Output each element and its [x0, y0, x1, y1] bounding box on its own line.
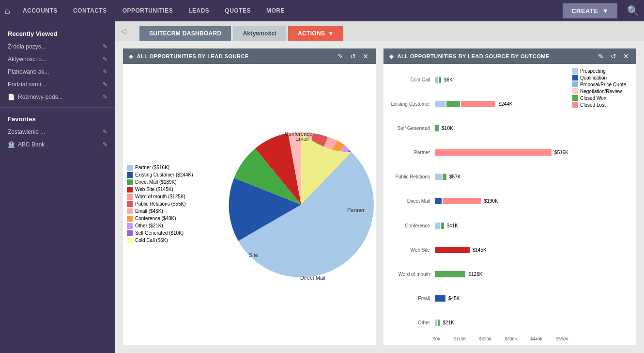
nav-opportunities[interactable]: OPPORTUNITIES	[120, 5, 176, 16]
bar-segment	[435, 149, 552, 156]
collapse-arrow[interactable]: ◁	[121, 27, 126, 35]
legend-color-conference	[127, 216, 133, 222]
bar-segment	[443, 198, 481, 204]
legend-color-pr	[127, 201, 133, 207]
pie-chart-svg-wrapper: Partner Direct Mail Existing Customer Si…	[224, 127, 376, 282]
tab-suitecrm-dashboard[interactable]: SUITECRM DASHBOARD	[139, 26, 231, 41]
legend-item: Prospecting	[572, 68, 630, 74]
widget-pie-header: ◈ ALL OPPORTUNITIES BY LEAD SOURCE ✎ ↺ ✕	[123, 48, 376, 64]
widget-pie-close[interactable]: ✕	[361, 52, 370, 60]
nav-leads[interactable]: LEADS	[185, 5, 212, 16]
legend-item: Closed Won	[572, 95, 630, 101]
legend-item: Qualification	[572, 75, 630, 80]
edit-icon: ✎	[103, 43, 107, 50]
legend-item: Closed Lost	[572, 102, 630, 108]
tab-aktywnosci[interactable]: Aktywności	[233, 26, 286, 41]
legend-color-website	[127, 187, 133, 193]
bar-segment	[461, 101, 496, 107]
legend-item: Self Generated ($10K)	[127, 230, 219, 236]
edit-icon: ✎	[103, 141, 107, 148]
nav-quotes[interactable]: QUOTES	[222, 5, 254, 16]
recently-viewed-title: Recently Viewed	[0, 26, 115, 40]
legend-item: Email ($45K)	[127, 209, 219, 214]
document-icon: 📄	[8, 94, 15, 100]
dashboard-tabs: ◁ SUITECRM DASHBOARD Aktywności ACTIONS …	[115, 21, 644, 41]
widget-bar-close[interactable]: ✕	[622, 52, 630, 60]
edit-icon: ✎	[103, 81, 107, 88]
legend-color-other	[127, 223, 133, 229]
x-axis-labels: $0K $110K $220K $330K $440K $550K	[433, 337, 568, 341]
bar-segment	[435, 174, 442, 180]
legend-item: Negotiation/Review	[572, 88, 630, 94]
sidebar-item-zestawienie[interactable]: Zestawienie ... ✎	[0, 126, 115, 138]
legend-item: Cold Call ($6K)	[127, 238, 219, 243]
widget-pie-edit[interactable]: ✎	[336, 52, 345, 60]
main-content: ◁ SUITECRM DASHBOARD Aktywności ACTIONS …	[115, 21, 644, 353]
sidebar-divider	[0, 107, 115, 108]
widget-pie-body: Partner ($516K) Existing Customer ($244K…	[123, 64, 376, 345]
widget-pie-icon: ◈	[129, 53, 133, 60]
widget-bar-title: ALL OPPORTUNITIES BY LEAD SOURCE BY OUTC…	[398, 53, 550, 59]
pie-label-conference: Conference	[285, 131, 312, 137]
create-button[interactable]: CREATE ▼	[563, 3, 617, 18]
home-icon[interactable]: ⌂	[5, 6, 10, 16]
sidebar-item-rozmowy[interactable]: 📄 Rozmowy-pods... ✎	[0, 91, 115, 103]
tab-actions[interactable]: ACTIONS ▼	[288, 26, 343, 41]
legend-color-selfgen	[127, 230, 133, 236]
legend-color-coldcall	[127, 238, 133, 243]
edit-icon: ✎	[103, 56, 107, 63]
legend-item: Web Site ($145K)	[127, 187, 219, 193]
legend-color-wordofmouth	[127, 194, 133, 200]
legend-color-email	[127, 209, 133, 214]
legend-color-negotiation	[572, 88, 578, 94]
bar-segment	[443, 174, 446, 180]
legend-item: Public Relations ($55K)	[127, 201, 219, 207]
sidebar-item-podzial[interactable]: Podział nami... ✎	[0, 78, 115, 91]
sidebar: Recently Viewed Źródła pozys... ✎ Aktywn…	[0, 21, 115, 353]
bar-row-website: Web Site $145K	[389, 246, 568, 253]
bar-segment	[435, 198, 442, 204]
bar-segment	[435, 295, 445, 302]
bar-row-partner: Partner $516K	[389, 149, 568, 156]
bar-row-existing: Existing Customer $244K	[389, 100, 568, 107]
legend-item: Direct Mail ($189K)	[127, 179, 219, 185]
bar-row-email: Email $45K	[389, 295, 568, 302]
widget-bar-header: ◈ ALL OPPORTUNITIES BY LEAD SOURCE BY OU…	[383, 48, 636, 64]
pie-label-partner: Partner	[347, 207, 365, 213]
legend-color-prospecting	[572, 68, 578, 74]
widget-pie-refresh[interactable]: ↺	[349, 52, 357, 60]
legend-item: Partner ($516K)	[127, 165, 219, 171]
edit-icon: ✎	[103, 94, 107, 100]
legend-color-closedwon	[572, 95, 578, 101]
edit-icon: ✎	[103, 68, 107, 75]
sidebar-item-abc-bank[interactable]: 🏦 ABC Bank ✎	[0, 138, 115, 151]
pie-label-site: Site	[249, 252, 258, 258]
legend-item: Other ($21K)	[127, 223, 219, 229]
legend-color-existing	[127, 172, 133, 178]
building-icon: 🏦	[8, 141, 15, 148]
bar-segment	[438, 320, 440, 326]
widget-bar-refresh[interactable]: ↺	[609, 52, 618, 60]
bar-row-conference: Conference $41K	[389, 222, 568, 229]
nav-more[interactable]: MORE	[263, 5, 288, 16]
widget-bar-edit[interactable]: ✎	[597, 52, 605, 60]
bar-segment	[439, 77, 442, 83]
nav-contacts[interactable]: CONTACTS	[70, 5, 110, 16]
nav-accounts[interactable]: ACCOUNTS	[20, 5, 61, 16]
sidebar-item-zrodla[interactable]: Źródła pozys... ✎	[0, 40, 115, 53]
legend-color-partner	[127, 165, 133, 171]
legend-item: Existing Customer ($244K)	[127, 172, 219, 178]
bar-segment	[435, 271, 465, 277]
dashboard-body: ◈ ALL OPPORTUNITIES BY LEAD SOURCE ✎ ↺ ✕…	[115, 41, 644, 353]
bar-segment	[435, 223, 440, 229]
sidebar-item-planowane[interactable]: Planowane ak... ✎	[0, 65, 115, 78]
legend-color-directmail	[127, 179, 133, 185]
legend-item: Proposal/Price Quote	[572, 81, 630, 87]
layout: Recently Viewed Źródła pozys... ✎ Aktywn…	[0, 21, 644, 353]
bar-row-wordofmouth: Word of mouth $125K	[389, 271, 568, 277]
bar-segment	[446, 101, 460, 107]
pie-legend: Partner ($516K) Existing Customer ($244K…	[127, 165, 219, 245]
search-button[interactable]: 🔍	[627, 5, 639, 16]
sidebar-item-aktywnosci[interactable]: Aktywności o... ✎	[0, 53, 115, 65]
widget-bar-icon: ◈	[389, 53, 394, 60]
